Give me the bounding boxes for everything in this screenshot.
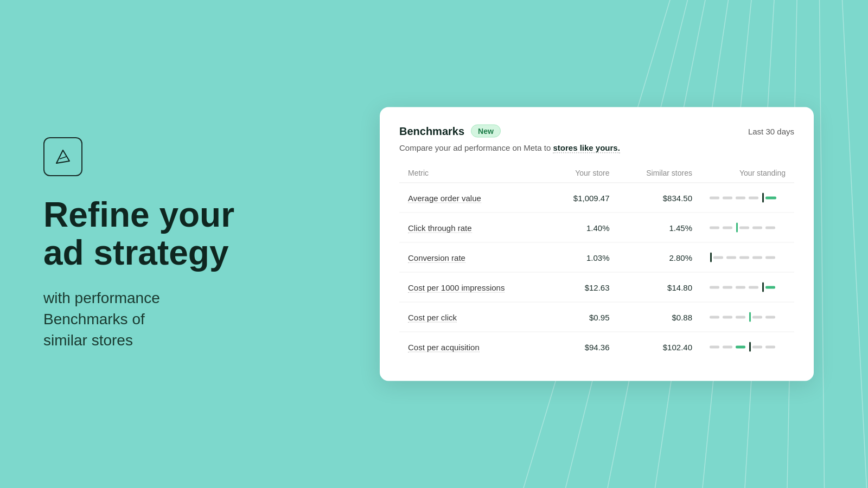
col-metric: Metric bbox=[399, 163, 548, 183]
similar-stores-value: 1.45% bbox=[618, 213, 701, 242]
table-row: Cost per click $0.95 $0.88 bbox=[399, 302, 794, 332]
your-store-value: 1.03% bbox=[548, 242, 618, 272]
standing-bar bbox=[701, 183, 794, 213]
col-similar-stores: Similar stores bbox=[618, 163, 701, 183]
table-row: Cost per acquisition $94.36 $102.40 bbox=[399, 332, 794, 362]
left-panel: Refine your ad strategy with performance… bbox=[0, 0, 293, 488]
metric-name: Average order value bbox=[399, 183, 548, 213]
similar-stores-value: $0.88 bbox=[618, 302, 701, 332]
svg-line-7 bbox=[819, 0, 825, 488]
svg-line-8 bbox=[841, 0, 868, 488]
logo bbox=[43, 137, 82, 176]
standing-bar bbox=[701, 242, 794, 272]
card-title-row: Benchmarks New bbox=[399, 125, 501, 138]
table-row: Average order value $1,009.47 $834.50 bbox=[399, 183, 794, 213]
your-store-value: $94.36 bbox=[548, 332, 618, 362]
subheadline: with performanceBenchmarks ofsimilar sto… bbox=[43, 287, 260, 351]
your-store-value: 1.40% bbox=[548, 213, 618, 242]
col-your-store: Your store bbox=[548, 163, 618, 183]
metric-name: Click through rate bbox=[399, 213, 548, 242]
table-row: Cost per 1000 impressions $12.63 $14.80 bbox=[399, 272, 794, 302]
table-row: Click through rate 1.40% 1.45% bbox=[399, 213, 794, 242]
new-badge: New bbox=[471, 125, 501, 138]
metric-name: Cost per 1000 impressions bbox=[399, 272, 548, 302]
similar-stores-value: $834.50 bbox=[618, 183, 701, 213]
col-your-standing: Your standing bbox=[701, 163, 794, 183]
metric-name: Conversion rate bbox=[399, 242, 548, 272]
metric-name: Cost per acquisition bbox=[399, 332, 548, 362]
period-label: Last 30 days bbox=[748, 126, 794, 136]
standing-bar bbox=[701, 332, 794, 362]
standing-bar bbox=[701, 272, 794, 302]
card-header: Benchmarks New Last 30 days bbox=[399, 125, 794, 138]
benchmarks-card: Benchmarks New Last 30 days Compare your… bbox=[380, 107, 814, 381]
similar-stores-value: $14.80 bbox=[618, 272, 701, 302]
similar-stores-value: 2.80% bbox=[618, 242, 701, 272]
similar-stores-value: $102.40 bbox=[618, 332, 701, 362]
standing-bar bbox=[701, 302, 794, 332]
card-title: Benchmarks bbox=[399, 125, 464, 137]
benchmarks-table: Metric Your store Similar stores Your st… bbox=[399, 163, 794, 362]
your-store-value: $1,009.47 bbox=[548, 183, 618, 213]
your-store-value: $0.95 bbox=[548, 302, 618, 332]
metric-name: Cost per click bbox=[399, 302, 548, 332]
right-panel: Benchmarks New Last 30 days Compare your… bbox=[380, 107, 814, 381]
your-store-value: $12.63 bbox=[548, 272, 618, 302]
table-row: Conversion rate 1.03% 2.80% bbox=[399, 242, 794, 272]
headline: Refine your ad strategy bbox=[43, 196, 260, 272]
card-subtitle: Compare your ad performance on Meta to s… bbox=[399, 143, 794, 152]
standing-bar bbox=[701, 213, 794, 242]
